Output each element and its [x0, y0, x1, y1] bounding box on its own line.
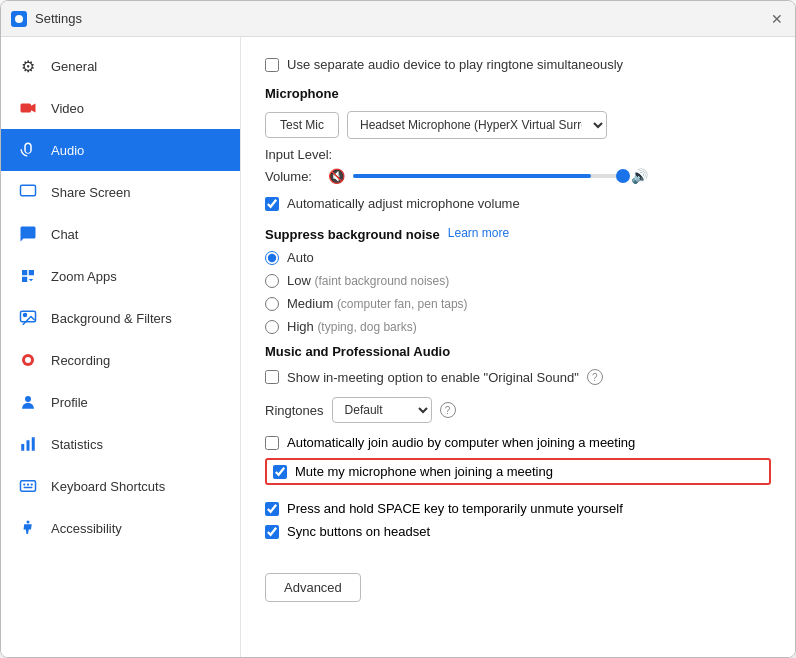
- noise-option-high: High (typing, dog barks): [265, 319, 771, 334]
- auto-join-checkbox[interactable]: [265, 436, 279, 450]
- noise-option-auto: Auto: [265, 250, 771, 265]
- volume-fill: [353, 174, 591, 178]
- volume-thumb: [616, 169, 630, 183]
- svg-point-8: [25, 396, 31, 402]
- sidebar-label-chat: Chat: [51, 227, 78, 242]
- noise-option-medium: Medium (computer fan, pen taps): [265, 296, 771, 311]
- sidebar-label-general: General: [51, 59, 97, 74]
- sidebar: ⚙ General Video Audio: [1, 37, 241, 657]
- video-icon: [17, 97, 39, 119]
- gear-icon: ⚙: [17, 55, 39, 77]
- mute-mic-checkbox[interactable]: [273, 465, 287, 479]
- music-title: Music and Professional Audio: [265, 344, 771, 359]
- svg-rect-9: [21, 444, 24, 451]
- original-sound-row: Show in-meeting option to enable "Origin…: [265, 369, 771, 385]
- audio-icon: [17, 139, 39, 161]
- background-icon: [17, 307, 39, 329]
- accessibility-icon: [17, 517, 39, 539]
- mute-mic-label: Mute my microphone when joining a meetin…: [295, 464, 553, 479]
- sidebar-item-audio[interactable]: Audio: [1, 129, 240, 171]
- noise-low-label: Low (faint background noises): [287, 273, 449, 288]
- sidebar-label-profile: Profile: [51, 395, 88, 410]
- sidebar-item-video[interactable]: Video: [1, 87, 240, 129]
- ringtones-label: Ringtones: [265, 403, 324, 418]
- mute-mic-row: Mute my microphone when joining a meetin…: [265, 458, 771, 485]
- original-sound-checkbox[interactable]: [265, 370, 279, 384]
- volume-high-icon: 🔊: [631, 168, 648, 184]
- svg-point-7: [25, 357, 31, 363]
- mic-controls-row: Test Mic Headset Microphone (HyperX Virt…: [265, 111, 771, 139]
- separate-audio-checkbox[interactable]: [265, 58, 279, 72]
- auto-adjust-row: Automatically adjust microphone volume: [265, 196, 771, 211]
- noise-high-label: High (typing, dog barks): [287, 319, 417, 334]
- titlebar-left: Settings: [11, 11, 82, 27]
- sidebar-item-accessibility[interactable]: Accessibility: [1, 507, 240, 549]
- sidebar-label-accessibility: Accessibility: [51, 521, 122, 536]
- svg-point-5: [24, 314, 27, 317]
- sidebar-item-chat[interactable]: Chat: [1, 213, 240, 255]
- ringtones-info-icon[interactable]: ?: [440, 402, 456, 418]
- suppress-header: Suppress background noise Learn more: [265, 223, 771, 242]
- svg-rect-1: [21, 104, 32, 113]
- share-screen-icon: [17, 181, 39, 203]
- separate-audio-row: Use separate audio device to play ringto…: [265, 57, 771, 72]
- svg-rect-3: [21, 185, 36, 196]
- suppress-title: Suppress background noise: [265, 227, 440, 242]
- sidebar-label-background: Background & Filters: [51, 311, 172, 326]
- noise-option-low: Low (faint background noises): [265, 273, 771, 288]
- chat-icon: [17, 223, 39, 245]
- content-area: ⚙ General Video Audio: [1, 37, 795, 657]
- auto-join-label: Automatically join audio by computer whe…: [287, 435, 635, 450]
- svg-marker-2: [31, 104, 36, 113]
- test-mic-button[interactable]: Test Mic: [265, 112, 339, 138]
- noise-medium-label: Medium (computer fan, pen taps): [287, 296, 468, 311]
- original-sound-info-icon[interactable]: ?: [587, 369, 603, 385]
- sidebar-item-statistics[interactable]: Statistics: [1, 423, 240, 465]
- ringtones-row: Ringtones Default None Chime Piano ?: [265, 397, 771, 423]
- main-content: Use separate audio device to play ringto…: [241, 37, 795, 657]
- volume-slider[interactable]: [353, 174, 623, 178]
- close-button[interactable]: ✕: [769, 11, 785, 27]
- noise-low-radio[interactable]: [265, 274, 279, 288]
- sidebar-item-general[interactable]: ⚙ General: [1, 45, 240, 87]
- sidebar-item-recording[interactable]: Recording: [1, 339, 240, 381]
- advanced-button[interactable]: Advanced: [265, 573, 361, 602]
- noise-high-radio[interactable]: [265, 320, 279, 334]
- keyboard-icon: [17, 475, 39, 497]
- app-icon: [11, 11, 27, 27]
- settings-window: Settings ✕ ⚙ General Video A: [0, 0, 796, 658]
- statistics-icon: [17, 433, 39, 455]
- ringtones-select[interactable]: Default None Chime Piano: [332, 397, 432, 423]
- sidebar-item-zoom-apps[interactable]: Zoom Apps: [1, 255, 240, 297]
- suppress-noise-section: Suppress background noise Learn more Aut…: [265, 223, 771, 334]
- window-title: Settings: [35, 11, 82, 26]
- svg-rect-12: [21, 481, 36, 492]
- sidebar-item-keyboard[interactable]: Keyboard Shortcuts: [1, 465, 240, 507]
- sidebar-item-share-screen[interactable]: Share Screen: [1, 171, 240, 213]
- sync-buttons-checkbox[interactable]: [265, 525, 279, 539]
- sidebar-label-audio: Audio: [51, 143, 84, 158]
- microphone-title: Microphone: [265, 86, 771, 101]
- noise-auto-radio[interactable]: [265, 251, 279, 265]
- spacebar-checkbox[interactable]: [265, 502, 279, 516]
- zoom-apps-icon: [17, 265, 39, 287]
- advanced-section: Advanced: [265, 557, 771, 602]
- microphone-section: Microphone Test Mic Headset Microphone (…: [265, 86, 771, 184]
- sidebar-label-zoom-apps: Zoom Apps: [51, 269, 117, 284]
- sidebar-item-profile[interactable]: Profile: [1, 381, 240, 423]
- svg-point-17: [27, 521, 30, 524]
- sidebar-label-keyboard: Keyboard Shortcuts: [51, 479, 165, 494]
- original-sound-label: Show in-meeting option to enable "Origin…: [287, 370, 579, 385]
- auto-join-row: Automatically join audio by computer whe…: [265, 435, 771, 450]
- microphone-device-select[interactable]: Headset Microphone (HyperX Virtual Surro…: [347, 111, 607, 139]
- svg-point-0: [15, 15, 23, 23]
- noise-auto-label: Auto: [287, 250, 314, 265]
- sidebar-item-background[interactable]: Background & Filters: [1, 297, 240, 339]
- sidebar-label-video: Video: [51, 101, 84, 116]
- learn-more-link[interactable]: Learn more: [448, 226, 509, 240]
- noise-medium-radio[interactable]: [265, 297, 279, 311]
- sidebar-label-share-screen: Share Screen: [51, 185, 131, 200]
- sync-buttons-label: Sync buttons on headset: [287, 524, 430, 539]
- auto-adjust-checkbox[interactable]: [265, 197, 279, 211]
- volume-low-icon: 🔇: [328, 168, 345, 184]
